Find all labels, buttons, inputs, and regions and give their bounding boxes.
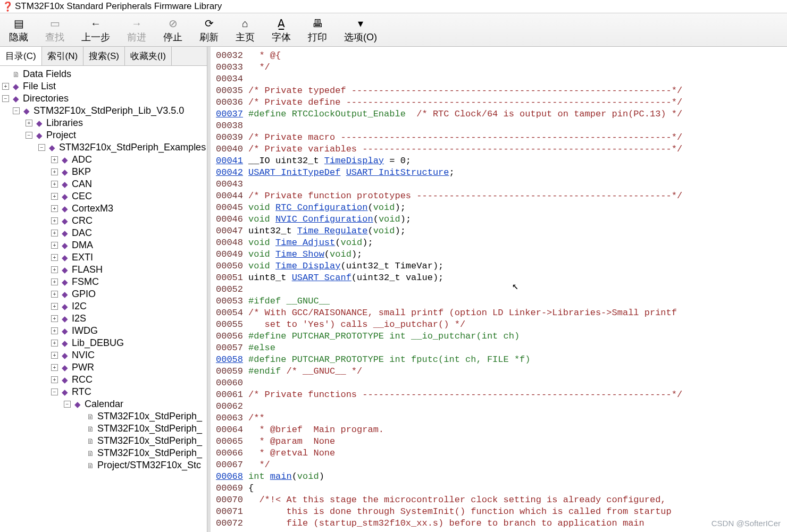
expander-icon[interactable]: + (51, 242, 58, 249)
node-filelist[interactable]: +◆File List (0, 80, 207, 92)
tb-forward[interactable]: → 前进 (119, 15, 154, 45)
expander-icon[interactable]: + (51, 205, 58, 212)
expander-icon[interactable]: + (2, 83, 9, 90)
tb-find[interactable]: ▭ 查找 (37, 15, 72, 45)
lineno-link[interactable]: 00068 (216, 471, 243, 482)
id-main[interactable]: main (270, 471, 292, 482)
node-rcc[interactable]: +◆RCC (0, 374, 207, 386)
expander-icon[interactable]: + (51, 340, 58, 347)
tb-font[interactable]: A̲ 字体 (264, 15, 299, 45)
lineno-link[interactable]: 00042 (216, 167, 243, 178)
book-icon: ◆ (60, 192, 70, 201)
lineno-link[interactable]: 00058 (216, 354, 243, 365)
expander-icon[interactable]: + (26, 120, 32, 126)
tb-refresh[interactable]: ⟳ 刷新 (191, 15, 227, 45)
tab-contents[interactable]: 目录(C) (0, 47, 42, 65)
expander-icon[interactable]: + (51, 352, 58, 359)
expander-icon[interactable]: + (51, 278, 58, 285)
book-icon: ◆ (60, 204, 70, 214)
node-cortexm3[interactable]: +◆CortexM3 (0, 202, 207, 215)
code-line: /* Private typedef ---------------------… (248, 85, 787, 97)
expander-icon[interactable]: + (51, 181, 58, 188)
node-libdebug[interactable]: +◆Lib_DEBUG (0, 337, 207, 349)
id-usart-inittypedef[interactable]: USART_InitTypeDef (248, 167, 340, 178)
node-file1[interactable]: 🗎STM32F10x_StdPeriph_ (0, 410, 207, 423)
expander-icon[interactable]: + (51, 168, 58, 175)
node-iwdg[interactable]: +◆IWDG (0, 325, 207, 337)
expander-icon[interactable]: − (51, 389, 58, 395)
id-time-show[interactable]: Time_Show (275, 249, 324, 259)
id-rtc-configuration[interactable]: RTC_Configuration (275, 202, 367, 213)
book-icon: ◆ (35, 119, 44, 128)
node-libraries[interactable]: +◆Libraries (0, 117, 207, 129)
expander-icon[interactable]: − (2, 95, 9, 102)
node-calendar[interactable]: −◆Calendar (0, 398, 207, 410)
node-datafields[interactable]: 🗎Data Fields (0, 68, 207, 80)
node-gpio[interactable]: +◆GPIO (0, 288, 207, 300)
node-file4[interactable]: 🗎STM32F10x_StdPeriph_ (0, 447, 207, 459)
expander-icon[interactable]: + (51, 156, 58, 163)
expander-icon[interactable]: + (51, 217, 58, 224)
id-usart-initstructure[interactable]: USART_InitStructure (346, 167, 449, 178)
node-flash[interactable]: +◆FLASH (0, 264, 207, 276)
node-cec[interactable]: +◆CEC (0, 190, 207, 202)
node-file2[interactable]: 🗎STM32F10x_StdPeriph_ (0, 423, 207, 435)
node-file5[interactable]: 🗎Project/STM32F10x_Stc (0, 459, 207, 471)
expander-icon[interactable]: + (51, 266, 58, 273)
node-lib[interactable]: −◆STM32F10x_StdPeriph_Lib_V3.5.0 (0, 105, 207, 117)
expander-icon[interactable]: + (51, 254, 58, 261)
node-bkp[interactable]: +◆BKP (0, 166, 207, 178)
book-icon: ◆ (60, 253, 70, 263)
node-i2c[interactable]: +◆I2C (0, 300, 207, 313)
node-examples[interactable]: −◆STM32F10x_StdPeriph_Examples (0, 141, 207, 154)
expander-icon[interactable]: + (51, 327, 58, 334)
expander-icon[interactable]: − (13, 107, 20, 114)
expander-icon[interactable]: + (51, 364, 58, 371)
tb-stop[interactable]: ⊘ 停止 (155, 15, 190, 45)
code-line: set to 'Yes') calls __io_putchar() */ (248, 319, 787, 331)
code-line: /* Private variables -------------------… (248, 143, 787, 155)
node-file3[interactable]: 🗎STM32F10x_StdPeriph_ (0, 435, 207, 447)
code-line: /* Private define ----------------------… (248, 97, 787, 108)
expander-icon[interactable]: + (51, 376, 58, 383)
expander-icon[interactable]: − (64, 401, 71, 408)
expander-icon[interactable]: + (51, 315, 58, 322)
expander-icon[interactable]: − (38, 144, 45, 151)
tb-home[interactable]: ⌂ 主页 (228, 15, 263, 45)
node-rtc[interactable]: −◆RTC (0, 386, 207, 398)
expander-icon[interactable]: + (51, 303, 58, 310)
id-timedisplay[interactable]: TimeDisplay (324, 156, 384, 166)
id-time-regulate[interactable]: Time_Regulate (297, 226, 368, 236)
lineno-link[interactable]: 00041 (216, 156, 243, 166)
node-fsmc[interactable]: +◆FSMC (0, 276, 207, 288)
node-dac[interactable]: +◆DAC (0, 227, 207, 239)
tb-hide[interactable]: ▤ 隐藏 (1, 15, 36, 45)
expander-icon[interactable]: + (51, 230, 58, 237)
id-usart-scanf[interactable]: USART_Scanf (292, 273, 351, 283)
tb-back[interactable]: ← 上一步 (73, 15, 118, 45)
node-directories[interactable]: −◆Directories (0, 92, 207, 105)
id-time-display[interactable]: Time_Display (275, 261, 340, 271)
tab-favorites[interactable]: 收藏夹(I) (125, 47, 172, 65)
tb-print[interactable]: 🖶 打印 (300, 15, 335, 45)
expander-icon[interactable]: − (26, 132, 32, 139)
node-i2s[interactable]: +◆I2S (0, 313, 207, 325)
tree-scroll[interactable]: 🗎Data Fields +◆File List −◆Directories −… (0, 66, 207, 532)
id-nvic-configuration[interactable]: NVIC_Configuration (275, 214, 373, 224)
expander-icon[interactable]: + (51, 193, 58, 200)
expander-icon[interactable]: + (51, 291, 58, 298)
node-crc[interactable]: +◆CRC (0, 215, 207, 227)
tab-search[interactable]: 搜索(S) (83, 47, 125, 65)
node-nvic[interactable]: +◆NVIC (0, 349, 207, 361)
node-can[interactable]: +◆CAN (0, 178, 207, 190)
node-exti[interactable]: +◆EXTI (0, 251, 207, 264)
node-adc[interactable]: +◆ADC (0, 154, 207, 166)
tab-index[interactable]: 索引(N) (42, 47, 84, 65)
node-dma[interactable]: +◆DMA (0, 239, 207, 251)
id-time-adjust[interactable]: Time_Adjust (275, 238, 335, 248)
lineno-link[interactable]: 00037 (216, 109, 243, 119)
node-project[interactable]: −◆Project (0, 129, 207, 141)
node-pwr[interactable]: +◆PWR (0, 361, 207, 374)
book-icon: ◆ (47, 143, 57, 153)
tb-options[interactable]: ▾ 选项(O) (336, 15, 385, 45)
